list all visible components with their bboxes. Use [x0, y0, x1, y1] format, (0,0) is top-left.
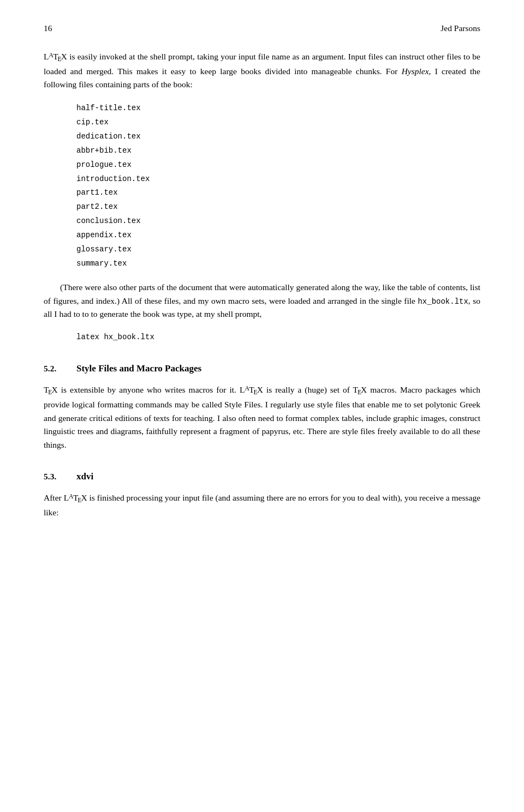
list-item: part2.tex [76, 200, 480, 214]
page: 16 Jed Parsons LATEX is easily invoked a… [0, 0, 524, 812]
list-item: glossary.tex [76, 243, 480, 257]
list-item: appendix.tex [76, 228, 480, 243]
section-53-number: 5.3. [44, 470, 66, 483]
tex-logo-2: TEX [353, 385, 367, 394]
para1-text-a: is easily invoked at the shell prompt, t… [44, 52, 480, 89]
list-item: abbr+bib.tex [76, 144, 480, 158]
page-number: 16 [44, 22, 52, 35]
para3-text-c: macros. Macro packages which provide log… [44, 385, 480, 449]
paragraph-4: After LATEX is finished processing your … [44, 491, 480, 519]
paragraph-3: TEX is extensible by anyone who writes m… [44, 383, 480, 452]
latex-logo-2: LATEX [240, 385, 263, 394]
para3-text-b: is really a (huge) set of [266, 385, 353, 394]
section-52-title-line: 5.2. Style Files and Macro Packages [44, 362, 480, 376]
list-item: prologue.tex [76, 158, 480, 172]
code-latex-command: latex hx_book.ltx [76, 333, 154, 341]
section-52-number: 5.2. [44, 362, 66, 375]
para4-text-main: is finished processing your input file (… [44, 493, 480, 517]
list-item: conclusion.tex [76, 214, 480, 228]
hx-book-ref: hx_book.ltx [418, 297, 468, 306]
list-item: half-title.tex [76, 101, 480, 116]
tex-logo-1: TEX [44, 385, 58, 394]
list-item: summary.tex [76, 257, 480, 271]
para4-text-prefix: After [44, 493, 64, 502]
paragraph-1: LATEX is easily invoked at the shell pro… [44, 50, 480, 92]
file-list: half-title.tex cip.tex dedication.tex ab… [76, 101, 480, 271]
code-block-latex: latex hx_book.ltx [76, 331, 480, 344]
latex-logo-1: LATEX [44, 52, 67, 61]
list-item: part1.tex [76, 186, 480, 200]
list-item: cip.tex [76, 116, 480, 130]
paragraph-2: (There were also other parts of the docu… [44, 281, 480, 321]
section-53-title-line: 5.3. xdvi [44, 470, 480, 484]
author-name: Jed Parsons [440, 22, 480, 35]
section-53-heading: 5.3. xdvi [44, 470, 480, 484]
section-53-title: xdvi [76, 470, 93, 484]
para3-text-a: is extensible by anyone who writes macro… [61, 385, 240, 394]
section-52-title: Style Files and Macro Packages [76, 362, 201, 376]
hysplex-italic: Hysplex [402, 67, 429, 76]
page-header: 16 Jed Parsons [44, 22, 480, 35]
section-52-heading: 5.2. Style Files and Macro Packages [44, 362, 480, 376]
list-item: dedication.tex [76, 130, 480, 144]
list-item: introduction.tex [76, 172, 480, 187]
latex-logo-3: LATEX [64, 493, 87, 502]
